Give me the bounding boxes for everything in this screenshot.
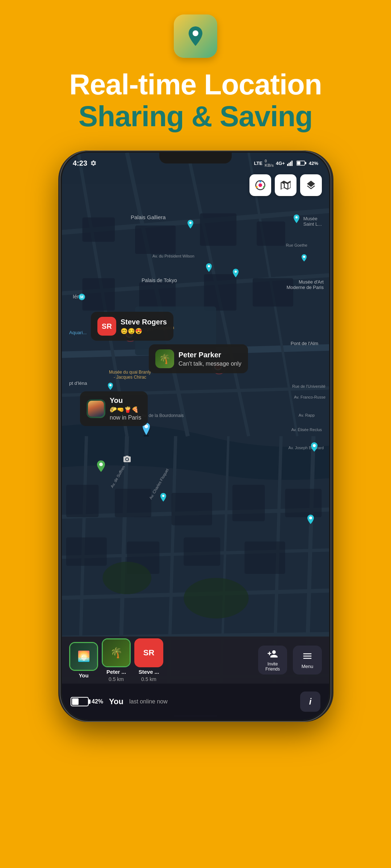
tokyo-marker	[205, 263, 213, 274]
menu-label: Menu	[302, 664, 314, 669]
map-tools	[249, 174, 322, 196]
header: Real-time Location Sharing & Saving	[0, 0, 391, 147]
svg-rect-2	[289, 163, 290, 166]
layers-button[interactable]	[300, 174, 322, 196]
svg-rect-39	[232, 485, 265, 521]
you-location: now in Paris	[110, 414, 141, 421]
galliera-marker	[187, 220, 194, 230]
camera-marker	[123, 455, 131, 465]
dist-steve: 0.5 km	[141, 676, 156, 682]
peter-tooltip[interactable]: 🌴 Peter Parker Can't talk, message only	[149, 344, 248, 373]
data-speed: 0KB/s	[265, 159, 274, 167]
svg-rect-36	[66, 485, 99, 517]
you-info: You 🌮🤜🍟🍕 now in Paris	[110, 396, 141, 421]
user-slot-you[interactable]: 🌅 You	[69, 642, 98, 678]
label-av-elisee: Av. Élisée Reclus	[291, 427, 322, 432]
svg-point-0	[193, 30, 198, 36]
svg-point-62	[313, 444, 316, 447]
label-musee-info: MuséeSaint L...	[303, 216, 322, 227]
svg-point-59	[295, 216, 298, 218]
svg-point-49	[258, 183, 262, 187]
label-av-joseph: Av. Joseph Bouvard	[289, 446, 324, 450]
svg-rect-43	[184, 537, 220, 566]
peter-status: Can't talk, message only	[178, 361, 241, 367]
svg-point-60	[109, 384, 112, 386]
theme-button[interactable]	[249, 174, 271, 196]
battery-icon	[71, 697, 89, 706]
title-line1: Real-time Location	[69, 69, 322, 101]
svg-point-55	[99, 463, 103, 466]
top-right-marker	[301, 254, 307, 263]
status-right: LTE 0KB/s 4G+	[254, 159, 318, 167]
svg-point-63	[309, 516, 312, 519]
network-type: 4G+	[276, 161, 285, 166]
time-display: 4:23	[73, 159, 87, 167]
battery-status-icon	[297, 160, 307, 166]
svg-point-58	[235, 271, 237, 273]
notch	[159, 153, 232, 163]
svg-rect-6	[305, 162, 306, 164]
svg-point-51	[263, 186, 265, 188]
svg-point-50	[260, 181, 261, 183]
map-background[interactable]: Palais Galliera MuséeSaint L... Palais d…	[62, 153, 329, 720]
svg-rect-30	[200, 213, 236, 246]
invite-friends-button[interactable]: InviteFriends	[258, 646, 287, 675]
svg-point-64	[162, 495, 164, 497]
map-streets-svg	[62, 153, 329, 720]
bottom-teal-pin2	[307, 514, 315, 526]
info-button[interactable]: i	[300, 692, 320, 712]
svg-rect-29	[135, 226, 176, 254]
name-peter: Peter ...	[106, 669, 126, 675]
svg-rect-40	[285, 489, 322, 517]
peter-avatar: 🌴	[155, 349, 174, 368]
info-label: i	[309, 697, 312, 707]
svg-rect-7	[297, 162, 300, 165]
title-line2: Sharing & Saving	[79, 101, 312, 132]
label-rue-universite: Rue de l'Université	[292, 384, 325, 388]
svg-rect-34	[204, 274, 237, 311]
svg-point-46	[103, 562, 151, 594]
label-musee-art: Musée d'ArtModerne de Paris	[286, 279, 324, 290]
steve-name: Steve Rogers	[121, 318, 167, 326]
peter-info: Peter Parker Can't talk, message only	[178, 351, 241, 367]
svg-rect-1	[287, 164, 288, 166]
musee-art-marker	[232, 268, 239, 279]
settings-icon	[90, 160, 97, 166]
svg-point-47	[184, 578, 249, 618]
saint-l-marker	[293, 214, 300, 225]
battery-percent: 42%	[309, 161, 318, 166]
user-slot-steve[interactable]: SR Steve ... 0.5 km	[134, 638, 163, 682]
svg-point-61	[303, 256, 305, 258]
label-av-president: Av. du Président Wilson	[152, 254, 194, 258]
avatar-steve: SR	[134, 638, 163, 667]
label-palais-tokyo: Palais de Tokyo	[142, 277, 177, 283]
you-photo: 🌅	[70, 643, 97, 670]
signal-icon	[287, 160, 294, 166]
page-background: Real-time Location Sharing & Saving 4:23	[0, 0, 391, 722]
svg-rect-3	[290, 162, 291, 166]
steve-emojis: 😊😏😍	[121, 328, 167, 335]
steve-avatar: SR	[97, 317, 116, 336]
iena-bridge-marker	[107, 382, 114, 392]
you-emojis: 🌮🤜🍟🍕	[110, 406, 141, 413]
dist-peter: 0.5 km	[109, 676, 124, 682]
menu-button[interactable]: Menu	[293, 646, 322, 675]
steve-tooltip[interactable]: SR Steve Rogers 😊😏😍	[91, 312, 173, 341]
label-pont-alm: Pont de l'Alm	[291, 341, 318, 346]
map-style-button[interactable]	[275, 174, 297, 196]
you-tooltip[interactable]: You 🌮🤜🍟🍕 now in Paris	[80, 391, 148, 426]
user-slot-peter[interactable]: 🌴 Peter ... 0.5 km	[102, 638, 131, 682]
you-label: You	[110, 396, 141, 405]
label-av-bourdonnais: Av. de la Bourdonnais	[142, 413, 184, 418]
avatar-you: 🌅	[69, 642, 98, 671]
bottom-actions: InviteFriends Menu	[258, 646, 322, 675]
name-steve: Steve ...	[139, 669, 159, 675]
phone-container: 4:23 LTE 0KB/s 4G+	[0, 150, 391, 722]
app-icon	[174, 14, 217, 58]
svg-rect-28	[83, 217, 115, 242]
invite-friends-label: InviteFriends	[265, 661, 280, 672]
label-rue-goethe: Rue Goethe	[286, 243, 307, 247]
phone-mockup: 4:23 LTE 0KB/s 4G+	[60, 150, 331, 722]
label-aquari: Aquari...	[69, 330, 87, 335]
avatar-peter: 🌴	[102, 638, 131, 667]
